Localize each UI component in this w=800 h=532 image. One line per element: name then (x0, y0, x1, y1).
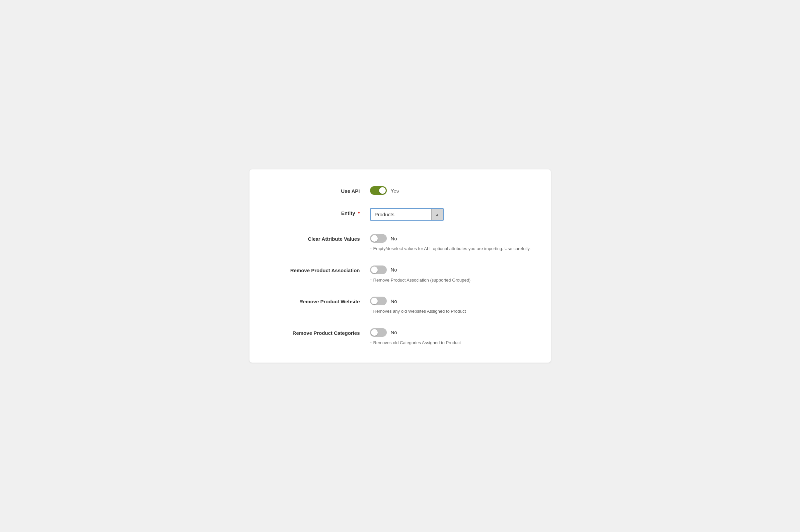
entity-select-wrapper[interactable]: Products (370, 208, 444, 221)
clear-attribute-values-toggle[interactable] (370, 234, 387, 243)
remove-product-categories-row: Remove Product Categories No ↑ Removes o… (270, 328, 531, 346)
remove-product-categories-hint: ↑ Removes old Categories Assigned to Pro… (370, 340, 531, 346)
clear-attribute-values-control: No ↑ Empty/deselect values for ALL optio… (370, 234, 531, 252)
use-api-toggle-label: Yes (391, 188, 399, 193)
use-api-row: Use API Yes (270, 186, 531, 195)
remove-product-website-control: No ↑ Removes any old Websites Assigned t… (370, 297, 531, 315)
remove-product-website-row: Remove Product Website No ↑ Removes any … (270, 297, 531, 315)
remove-product-association-row: Remove Product Association No ↑ Remove P… (270, 266, 531, 284)
use-api-toggle[interactable] (370, 186, 387, 195)
remove-product-categories-label: Remove Product Categories (270, 328, 370, 336)
remove-product-categories-toggle[interactable] (370, 328, 387, 337)
remove-product-website-label: Remove Product Website (270, 297, 370, 304)
entity-control: Products (370, 208, 531, 221)
remove-product-website-hint: ↑ Removes any old Websites Assigned to P… (370, 308, 531, 315)
clear-attribute-values-toggle-label: No (391, 236, 397, 241)
entity-required-indicator: * (358, 210, 360, 216)
remove-product-association-control: No ↑ Remove Product Association (support… (370, 266, 531, 284)
use-api-control: Yes (370, 186, 531, 195)
remove-product-association-toggle[interactable] (370, 266, 387, 274)
entity-select-arrow-button[interactable] (431, 209, 443, 220)
remove-product-categories-control: No ↑ Removes old Categories Assigned to … (370, 328, 531, 346)
remove-product-association-hint: ↑ Remove Product Association (supported … (370, 277, 531, 284)
entity-select-value[interactable]: Products (371, 209, 431, 220)
entity-label: Entity * (270, 208, 370, 216)
clear-attribute-values-label: Clear Attribute Values (270, 234, 370, 242)
use-api-label: Use API (270, 186, 370, 194)
remove-product-association-toggle-label: No (391, 267, 397, 272)
remove-product-website-toggle-label: No (391, 298, 397, 304)
settings-card: Use API Yes Entity * Products (249, 169, 551, 363)
entity-row: Entity * Products (270, 208, 531, 221)
clear-attribute-values-row: Clear Attribute Values No ↑ Empty/desele… (270, 234, 531, 252)
remove-product-association-label: Remove Product Association (270, 266, 370, 273)
clear-attribute-values-hint: ↑ Empty/deselect values for ALL optional… (370, 245, 531, 252)
remove-product-categories-toggle-label: No (391, 329, 397, 335)
remove-product-website-toggle[interactable] (370, 297, 387, 305)
